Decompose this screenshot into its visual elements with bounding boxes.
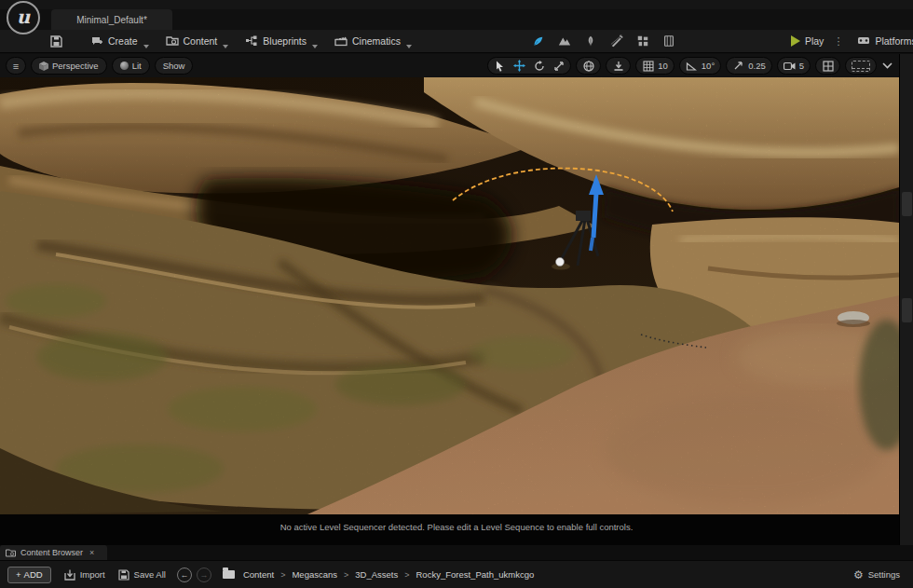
fracture-mode-icon[interactable] xyxy=(636,34,649,48)
level-tab-bar: Minimal_Default* xyxy=(0,9,913,30)
clapperboard-icon xyxy=(334,34,347,48)
play-button[interactable]: Play xyxy=(787,30,827,53)
back-arrow-icon: ← xyxy=(180,570,188,580)
breadcrumb-item[interactable]: Megascans xyxy=(292,569,337,580)
chevron-down-icon xyxy=(223,45,228,48)
folder-icon[interactable] xyxy=(223,570,235,579)
play-zone: Play ⋮ Platforms xyxy=(787,30,913,53)
breadcrumb-item[interactable]: Content xyxy=(243,569,274,580)
unreal-engine-logo-icon[interactable]: u xyxy=(7,1,40,34)
blueprints-button[interactable]: Blueprints xyxy=(237,30,326,53)
viewport-canvas xyxy=(0,77,899,514)
editor-modes-group xyxy=(532,34,675,48)
lit-label: Lit xyxy=(132,61,142,71)
sphere-handle[interactable] xyxy=(556,258,565,267)
play-options-icon[interactable]: ⋮ xyxy=(833,35,843,48)
unreal-editor-window: Minimal_Default* u Create Content xyxy=(0,0,913,588)
cinematics-label: Cinematics xyxy=(352,35,401,47)
foliage-mode-icon[interactable] xyxy=(584,34,597,48)
content-browser-tab-label: Content Browser xyxy=(20,548,83,557)
world-local-toggle[interactable] xyxy=(576,57,601,75)
create-label: Create xyxy=(108,35,138,47)
content-label: Content xyxy=(184,35,218,47)
back-button[interactable]: ← xyxy=(177,567,192,582)
animation-mode-icon[interactable] xyxy=(662,34,675,48)
surface-snapping-button[interactable] xyxy=(606,57,631,75)
layout-dashed-icon xyxy=(852,61,870,72)
lit-button[interactable]: Lit xyxy=(112,57,150,75)
breadcrumb: Content > Megascans > 3D_Assets > Rocky_… xyxy=(243,569,534,580)
move-tool-icon[interactable] xyxy=(513,60,525,72)
content-button[interactable]: Content xyxy=(157,30,238,53)
blueprints-label: Blueprints xyxy=(263,35,307,47)
platforms-label: Platforms xyxy=(875,35,913,47)
scale-snap-value: 0.25 xyxy=(748,61,766,71)
menu-bar[interactable] xyxy=(0,0,913,9)
platforms-icon xyxy=(857,34,870,48)
surface-snap-icon xyxy=(612,60,624,72)
breadcrumb-item[interactable]: 3D_Assets xyxy=(355,569,398,580)
import-label: Import xyxy=(80,569,105,580)
content-browser-tab[interactable]: Content Browser × xyxy=(0,545,107,560)
select-tool-icon[interactable] xyxy=(494,60,506,72)
forward-button[interactable]: → xyxy=(197,567,211,582)
create-button[interactable]: Create xyxy=(82,30,157,53)
lit-sphere-icon xyxy=(120,62,129,70)
import-button[interactable]: Import xyxy=(64,569,105,581)
viewport-toolbar-right: 10 10° 0.25 5 xyxy=(483,57,895,75)
settings-label: Settings xyxy=(868,569,900,580)
perspective-label: Perspective xyxy=(52,61,99,71)
collapsed-panel-tab[interactable] xyxy=(902,298,912,322)
viewport-toolbar: ≡ Perspective Lit Show xyxy=(0,54,899,77)
close-icon[interactable]: × xyxy=(89,548,94,557)
play-icon xyxy=(791,35,800,47)
chevron-down-icon xyxy=(143,45,149,48)
chevron-down-icon[interactable] xyxy=(881,60,893,72)
viewport-3d-scene[interactable] xyxy=(0,77,899,514)
camera-speed-value: 5 xyxy=(799,61,804,71)
gear-icon: ⚙ xyxy=(853,568,864,581)
mesh-paint-mode-icon[interactable] xyxy=(610,34,623,48)
breadcrumb-separator: > xyxy=(344,570,348,580)
angle-icon xyxy=(686,60,698,72)
play-label: Play xyxy=(805,35,824,47)
add-button[interactable]: + ADD xyxy=(7,567,51,583)
viewport-layout-button[interactable] xyxy=(845,57,877,75)
cinematics-button[interactable]: Cinematics xyxy=(326,30,420,53)
platforms-button[interactable]: Platforms xyxy=(849,30,913,53)
camera-speed-button[interactable]: 5 xyxy=(777,57,811,75)
content-browser-icon xyxy=(6,548,16,558)
floppy-icon xyxy=(49,34,62,48)
forward-arrow-icon: → xyxy=(199,570,208,580)
show-label: Show xyxy=(163,61,185,71)
settings-button[interactable]: ⚙ Settings xyxy=(853,568,900,581)
content-browser-tab-row: Content Browser × xyxy=(0,545,913,560)
content-drawer-icon xyxy=(166,34,179,48)
select-mode-icon[interactable] xyxy=(532,34,545,48)
chevron-down-icon xyxy=(406,45,412,48)
collapsed-panel-tab[interactable] xyxy=(902,192,912,216)
save-level-button[interactable] xyxy=(41,30,71,53)
save-all-label: Save All xyxy=(134,569,166,580)
maximize-viewport-button[interactable] xyxy=(815,57,840,75)
content-browser-toolbar: + ADD Import Save All ← → Content > Mega… xyxy=(0,560,913,588)
grid-icon xyxy=(642,60,654,72)
save-all-button[interactable]: Save All xyxy=(118,569,166,581)
grid-snap-button[interactable]: 10 xyxy=(635,57,675,75)
import-icon xyxy=(64,569,75,581)
rotate-tool-icon[interactable] xyxy=(533,60,545,72)
viewport-options-button[interactable]: ≡ xyxy=(6,57,26,75)
show-button[interactable]: Show xyxy=(155,57,194,75)
level-tab-label: Minimal_Default* xyxy=(76,15,147,25)
landscape-mode-icon[interactable] xyxy=(558,34,571,48)
scale-snap-button[interactable]: 0.25 xyxy=(726,57,772,75)
scale-tool-icon[interactable] xyxy=(552,60,565,72)
grain-overlay xyxy=(0,77,899,514)
transform-tools-group xyxy=(487,57,571,75)
breadcrumb-item[interactable]: Rocky_Forest_Path_ukmkcgo xyxy=(416,569,535,580)
floppy-icon xyxy=(118,569,129,581)
right-panel-strip xyxy=(899,54,913,545)
rotation-snap-button[interactable]: 10° xyxy=(679,57,721,75)
perspective-button[interactable]: Perspective xyxy=(31,57,107,75)
level-tab[interactable]: Minimal_Default* xyxy=(51,9,172,30)
